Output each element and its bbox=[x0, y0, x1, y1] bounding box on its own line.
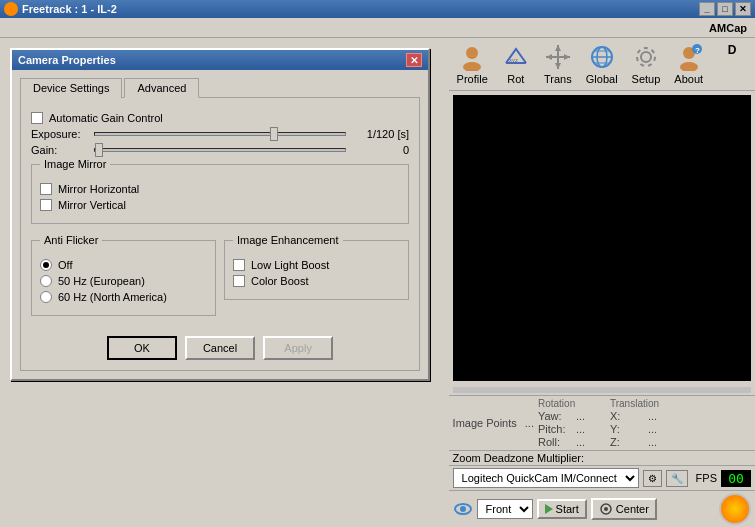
start-button[interactable]: Start bbox=[537, 499, 587, 519]
scroll-area[interactable] bbox=[453, 387, 751, 393]
z-label: Z: bbox=[610, 436, 640, 448]
mirror-v-label: Mirror Vertical bbox=[58, 199, 126, 211]
exposure-thumb[interactable] bbox=[270, 127, 278, 141]
maximize-button[interactable]: □ bbox=[717, 2, 733, 16]
y-row: Y: ... bbox=[610, 423, 678, 435]
center-button[interactable]: Center bbox=[591, 498, 657, 520]
agc-checkbox[interactable] bbox=[31, 112, 43, 124]
toolbar-item-d[interactable]: D bbox=[711, 40, 751, 88]
svg-text:xyz: xyz bbox=[509, 57, 518, 63]
minimize-button[interactable]: _ bbox=[699, 2, 715, 16]
toolbar-item-global[interactable]: Global bbox=[580, 40, 624, 88]
svg-point-15 bbox=[641, 52, 651, 62]
x-value: ... bbox=[648, 410, 678, 422]
exposure-slider[interactable] bbox=[94, 132, 346, 136]
svg-marker-9 bbox=[564, 54, 570, 60]
trans-label: Trans bbox=[544, 73, 572, 85]
ok-button[interactable]: OK bbox=[107, 336, 177, 360]
flicker-60-row: 60 Hz (North America) bbox=[40, 291, 207, 303]
flicker-50-radio[interactable] bbox=[40, 275, 52, 287]
cancel-button[interactable]: Cancel bbox=[185, 336, 255, 360]
image-mirror-group: Image Mirror Mirror Horizontal Mirror Ve… bbox=[31, 164, 409, 224]
mirror-h-checkbox[interactable] bbox=[40, 183, 52, 195]
z-value: ... bbox=[648, 436, 678, 448]
zoom-row: Zoom Deadzone Multiplier: bbox=[449, 450, 755, 465]
profile-icon bbox=[458, 43, 486, 71]
mirror-v-row: Mirror Vertical bbox=[40, 199, 400, 211]
gain-thumb[interactable] bbox=[95, 143, 103, 157]
tab-advanced[interactable]: Advanced bbox=[124, 78, 199, 98]
camera-props-button[interactable]: 🔧 bbox=[666, 470, 688, 487]
rot-icon: xyz bbox=[502, 43, 530, 71]
close-app-button[interactable]: ✕ bbox=[735, 2, 751, 16]
low-light-checkbox[interactable] bbox=[233, 259, 245, 271]
global-icon bbox=[588, 43, 616, 71]
gain-slider[interactable] bbox=[94, 148, 346, 152]
left-panel: Camera Properties ✕ Device Settings Adva… bbox=[0, 38, 449, 527]
mirror-h-row: Mirror Horizontal bbox=[40, 183, 400, 195]
rotation-section: Rotation Yaw: ... Pitch: ... Roll: ... bbox=[538, 398, 606, 448]
roll-label: Roll: bbox=[538, 436, 568, 448]
x-label: X: bbox=[610, 410, 640, 422]
gain-value: 0 bbox=[354, 144, 409, 156]
image-points-dots: ... bbox=[525, 417, 534, 429]
translation-section: Translation X: ... Y: ... Z: ... bbox=[610, 398, 678, 448]
svg-marker-7 bbox=[555, 63, 561, 69]
fps-label: FPS bbox=[696, 472, 717, 484]
svg-marker-6 bbox=[555, 45, 561, 51]
profile-label: Profile bbox=[457, 73, 488, 85]
image-enhancement-col: Image Enhancement Low Light Boost Color … bbox=[224, 232, 409, 324]
bottom-status-bar: Image Points ... Rotation Yaw: ... Pitch… bbox=[449, 395, 755, 450]
low-light-label: Low Light Boost bbox=[251, 259, 329, 271]
pitch-label: Pitch: bbox=[538, 423, 568, 435]
yaw-row: Yaw: ... bbox=[538, 410, 606, 422]
toolbar-item-about[interactable]: ? About bbox=[668, 40, 709, 88]
agc-row: Automatic Gain Control bbox=[31, 112, 409, 124]
gain-label: Gain: bbox=[31, 144, 86, 156]
toolbar-item-trans[interactable]: Trans bbox=[538, 40, 578, 88]
color-boost-checkbox[interactable] bbox=[233, 275, 245, 287]
translation-header: Translation bbox=[610, 398, 678, 409]
flicker-off-row: Off bbox=[40, 259, 207, 271]
y-value: ... bbox=[648, 423, 678, 435]
toolbar-item-profile[interactable]: Profile bbox=[451, 40, 494, 88]
d-label: D bbox=[728, 43, 737, 57]
roll-value: ... bbox=[576, 436, 606, 448]
toolbar-item-rot[interactable]: xyz Rot bbox=[496, 40, 536, 88]
camera-settings-button[interactable]: ⚙ bbox=[643, 470, 662, 487]
svg-point-1 bbox=[463, 62, 481, 71]
tab-device-settings[interactable]: Device Settings bbox=[20, 78, 122, 98]
right-panel: Profile xyz Rot bbox=[449, 38, 755, 527]
flicker-off-radio[interactable] bbox=[40, 259, 52, 271]
dialog-title: Camera Properties bbox=[18, 54, 116, 66]
x-row: X: ... bbox=[610, 410, 678, 422]
controls-row: Front Start Center bbox=[449, 490, 755, 527]
toolbar-item-setup[interactable]: Setup bbox=[626, 40, 667, 88]
image-points-label: Image Points bbox=[453, 417, 517, 429]
bottom-groups: Anti Flicker Off 50 Hz (European) bbox=[31, 232, 409, 324]
dialog-body: Device Settings Advanced Automatic Gain … bbox=[12, 70, 428, 379]
app-title: Freetrack : 1 - IL-2 bbox=[22, 3, 117, 15]
camera-preview bbox=[453, 95, 751, 381]
dialog-titlebar: Camera Properties ✕ bbox=[12, 50, 428, 70]
anti-flicker-label: Anti Flicker bbox=[40, 234, 102, 246]
image-mirror-label: Image Mirror bbox=[40, 158, 110, 170]
anti-flicker-col: Anti Flicker Off 50 Hz (European) bbox=[31, 232, 216, 324]
y-label: Y: bbox=[610, 423, 640, 435]
svg-point-0 bbox=[466, 47, 478, 59]
mirror-v-checkbox[interactable] bbox=[40, 199, 52, 211]
rotation-header: Rotation bbox=[538, 398, 606, 409]
camera-select[interactable]: Logitech QuickCam IM/Connect bbox=[453, 468, 639, 488]
exposure-value: 1/120 [s] bbox=[354, 128, 409, 140]
start-label: Start bbox=[556, 503, 579, 515]
exposure-row: Exposure: 1/120 [s] bbox=[31, 128, 409, 140]
app-icon bbox=[4, 2, 18, 16]
view-select[interactable]: Front bbox=[477, 499, 533, 519]
apply-button[interactable]: Apply bbox=[263, 336, 333, 360]
eye-icon bbox=[453, 499, 473, 519]
amcap-label: AMCap bbox=[709, 22, 747, 34]
agc-label: Automatic Gain Control bbox=[49, 112, 163, 124]
flicker-60-radio[interactable] bbox=[40, 291, 52, 303]
dialog-close-button[interactable]: ✕ bbox=[406, 53, 422, 67]
low-light-row: Low Light Boost bbox=[233, 259, 400, 271]
